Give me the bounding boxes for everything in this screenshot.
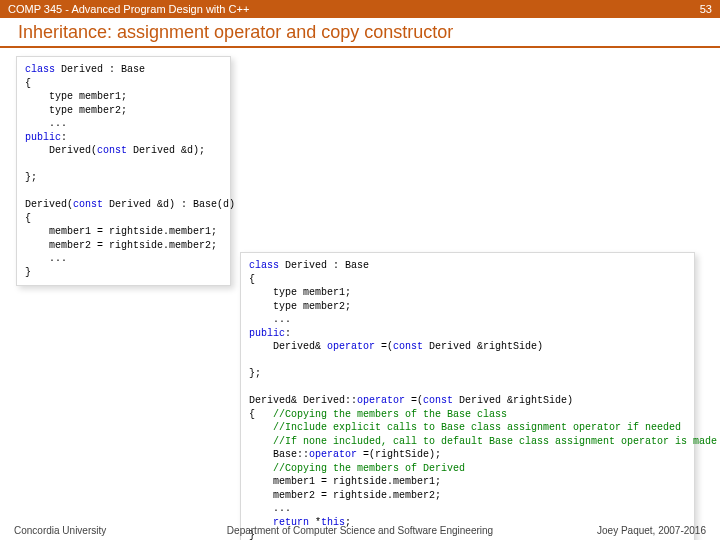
comment: //If none included, call to default Base… (249, 436, 717, 447)
kw-operator: operator (309, 449, 357, 460)
code-text: { (25, 213, 31, 224)
kw-public: public (249, 328, 285, 339)
footer-left: Concordia University (14, 525, 106, 536)
code-text: }; (249, 368, 261, 379)
header-bar: COMP 345 - Advanced Program Design with … (0, 0, 720, 18)
kw-const: const (393, 341, 423, 352)
code-text: } (25, 267, 31, 278)
code-text: member2 = rightside.member2; (25, 240, 217, 251)
comment: //Copying the members of Derived (249, 463, 465, 474)
code-text: member2 = rightside.member2; (249, 490, 441, 501)
kw-operator: operator (357, 395, 405, 406)
slide-title: Inheritance: assignment operator and cop… (18, 22, 453, 43)
kw-class: class (249, 260, 279, 271)
comment: //Include explicit calls to Base class a… (249, 422, 681, 433)
code-text: ... (249, 503, 291, 514)
code-text: member1 = rightside.member1; (249, 476, 441, 487)
code-text: =( (405, 395, 423, 406)
code-text: type member1; (249, 287, 351, 298)
footer-right: Joey Paquet, 2007-2016 (597, 525, 706, 536)
kw-operator: operator (327, 341, 375, 352)
code-text: ... (25, 118, 67, 129)
code-text: type member1; (25, 91, 127, 102)
code-text: =( (375, 341, 393, 352)
code-text: Derived : Base (279, 260, 369, 271)
code-text: { (25, 78, 31, 89)
code-text: =(rightSide); (357, 449, 441, 460)
code-text: : (285, 328, 291, 339)
code-text: : (61, 132, 67, 143)
kw-class: class (25, 64, 55, 75)
code-text: member1 = rightside.member1; (25, 226, 217, 237)
code-text: type member2; (249, 301, 351, 312)
comment: //Copying the members of the Base class (273, 409, 507, 420)
code-text: Derived( (25, 199, 73, 210)
code-text: Derived &d) : Base(d) (103, 199, 235, 210)
footer: Concordia University Department of Compu… (0, 525, 720, 536)
code-text: }; (25, 172, 37, 183)
code-text: ... (25, 253, 67, 264)
page-number: 53 (700, 3, 712, 15)
code-text: Derived : Base (55, 64, 145, 75)
code-text: Derived& (249, 341, 327, 352)
code-text: type member2; (25, 105, 127, 116)
kw-const: const (97, 145, 127, 156)
code-text: ... (249, 314, 291, 325)
code-block-assignment-operator: class Derived : Base { type member1; typ… (240, 252, 695, 540)
code-text: { (249, 409, 273, 420)
kw-const: const (73, 199, 103, 210)
kw-public: public (25, 132, 61, 143)
code-text: Derived &d); (127, 145, 205, 156)
code-text: Derived& Derived:: (249, 395, 357, 406)
code-text: { (249, 274, 255, 285)
code-block-copy-constructor: class Derived : Base { type member1; typ… (16, 56, 231, 286)
kw-const: const (423, 395, 453, 406)
code-text: Derived( (25, 145, 97, 156)
title-bar: Inheritance: assignment operator and cop… (0, 18, 720, 48)
code-text: Derived &rightSide) (423, 341, 543, 352)
footer-center: Department of Computer Science and Softw… (227, 525, 493, 536)
code-text: Base:: (249, 449, 309, 460)
code-text: Derived &rightSide) (453, 395, 573, 406)
course-label: COMP 345 - Advanced Program Design with … (8, 3, 249, 15)
